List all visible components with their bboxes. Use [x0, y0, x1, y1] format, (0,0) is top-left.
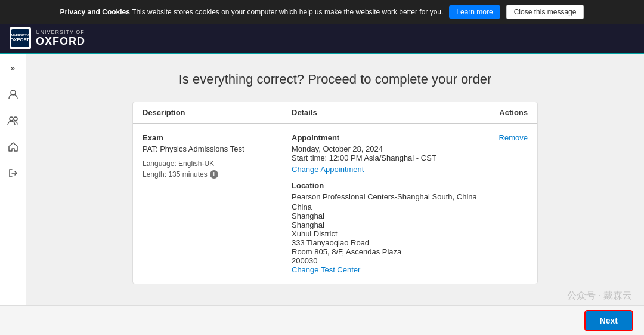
- oxford-shield-logo: UNIVERSITY OF OXFORD: [10, 27, 31, 49]
- svg-text:OXFORD: OXFORD: [11, 37, 29, 42]
- table-row: Exam PAT: Physics Admissions Test Langua…: [133, 124, 537, 284]
- top-header: UNIVERSITY OF OXFORD UNIVERSITY OF OXFOR…: [0, 24, 644, 54]
- learn-more-button[interactable]: Learn more: [449, 5, 500, 19]
- col-header-description: Description: [143, 108, 292, 117]
- change-test-center-link[interactable]: Change Test Center: [292, 265, 360, 274]
- location-district: Xuhui District: [292, 229, 480, 238]
- location-city1: Shanghai: [292, 211, 480, 220]
- exam-details-cell: Appointment Monday, October 28, 2024 Sta…: [292, 133, 480, 274]
- col-header-actions: Actions: [480, 108, 528, 117]
- location-city2: Shanghai: [292, 220, 480, 229]
- main-content: Is everything correct? Proceed to comple…: [26, 54, 644, 335]
- exam-name: PAT: Physics Admissions Test: [143, 145, 292, 153]
- bottom-bar: Next: [0, 305, 644, 335]
- exam-language: Language: English-UK: [143, 159, 292, 168]
- svg-point-4: [10, 117, 13, 121]
- appointment-time: Start time: 12:00 PM Asia/Shanghai - CST: [292, 153, 480, 162]
- appointment-date: Monday, October 28, 2024: [292, 145, 480, 153]
- location-label: Location: [292, 181, 480, 190]
- cookie-text: Privacy and Cookies This website stores …: [60, 8, 444, 16]
- location-center-name: Pearson Professional Centers-Shanghai So…: [292, 192, 480, 201]
- exam-length: Length: 135 minutes i: [143, 170, 292, 179]
- exam-label: Exam: [143, 133, 292, 142]
- change-appointment-link[interactable]: Change Appointment: [292, 165, 364, 174]
- appointment-label: Appointment: [292, 133, 480, 142]
- table-header: Description Details Actions: [133, 102, 537, 124]
- col-header-details: Details: [292, 108, 480, 117]
- order-table: Description Details Actions Exam PAT: Ph…: [132, 102, 538, 284]
- svg-point-5: [14, 117, 17, 121]
- close-message-button[interactable]: Close this message: [506, 5, 584, 19]
- location-country: China: [292, 202, 480, 211]
- remove-link[interactable]: Remove: [499, 133, 528, 142]
- location-room: Room 805, 8/F, Ascendas Plaza: [292, 247, 480, 256]
- next-button[interactable]: Next: [586, 311, 632, 330]
- sidebar-item-profile[interactable]: [5, 86, 21, 103]
- oxford-text-logo: UNIVERSITY OF OXFORD: [36, 29, 85, 48]
- logo-area: UNIVERSITY OF OXFORD UNIVERSITY OF OXFOR…: [10, 27, 85, 49]
- location-postal: 200030: [292, 256, 480, 265]
- page-title: Is everything correct? Proceed to comple…: [50, 72, 620, 87]
- sidebar-item-signout[interactable]: [5, 165, 21, 182]
- sidebar-item-home[interactable]: [5, 139, 21, 155]
- exam-description-cell: Exam PAT: Physics Admissions Test Langua…: [143, 133, 292, 274]
- location-address: 333 Tianyaoqiao Road: [292, 238, 480, 247]
- sidebar-item-group[interactable]: [5, 112, 21, 129]
- info-icon[interactable]: i: [210, 170, 218, 179]
- sidebar-collapse-button[interactable]: »: [5, 60, 21, 76]
- sidebar: »: [0, 54, 26, 335]
- cookie-banner: Privacy and Cookies This website stores …: [0, 0, 644, 24]
- exam-actions-cell: Remove: [480, 133, 528, 274]
- main-layout: »: [0, 54, 644, 335]
